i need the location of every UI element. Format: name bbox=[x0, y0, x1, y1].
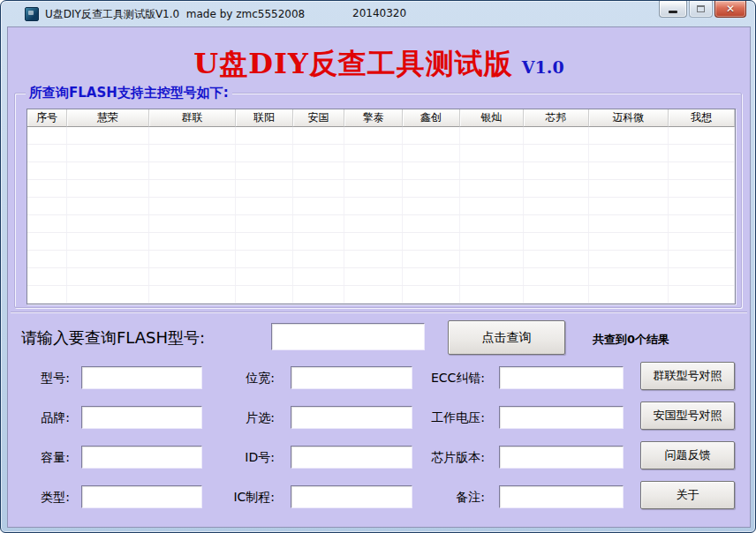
column-header[interactable]: 芯邦 bbox=[524, 109, 589, 127]
window-title-date: 20140320 bbox=[352, 7, 406, 19]
ecc-field[interactable] bbox=[499, 366, 624, 389]
column-header[interactable]: 迈科微 bbox=[589, 109, 669, 127]
id-number-field[interactable] bbox=[291, 446, 412, 469]
bit-width-field[interactable] bbox=[291, 366, 412, 389]
minimize-button[interactable] bbox=[659, 1, 687, 18]
table-row bbox=[27, 127, 735, 145]
about-button[interactable]: 关于 bbox=[640, 481, 735, 509]
app-icon bbox=[25, 7, 39, 21]
remark-field[interactable] bbox=[499, 485, 624, 508]
query-label: 请输入要查询FLASH型号: bbox=[21, 327, 205, 349]
type-label: 类型: bbox=[13, 485, 70, 506]
model-label: 型号: bbox=[13, 366, 70, 387]
window-title: U盘DIY反查工具测试版V1.0 made by zmc5552008 bbox=[45, 7, 305, 22]
id-number-label: ID号: bbox=[204, 446, 275, 466]
capacity-label: 容量: bbox=[13, 446, 70, 466]
chip-version-field[interactable] bbox=[499, 446, 624, 469]
result-count-label: 共查到0个结果 bbox=[593, 332, 669, 348]
flash-model-search-input[interactable] bbox=[271, 323, 425, 350]
brand-field[interactable] bbox=[81, 406, 202, 429]
screenshot: U盘DIY反查工具测试版V1.0 made by zmc5552008 2014… bbox=[0, 0, 756, 533]
ic-process-field[interactable] bbox=[291, 485, 412, 508]
brand-label: 品牌: bbox=[13, 406, 70, 426]
column-header[interactable]: 我想 bbox=[669, 109, 735, 127]
page-title: U盘DIY反查工具测试版V1.0 bbox=[8, 45, 750, 84]
type-field[interactable] bbox=[81, 485, 202, 508]
chip-version-label: 芯片版本: bbox=[400, 446, 485, 466]
app-title-version: V1.0 bbox=[522, 57, 564, 77]
table-row bbox=[27, 198, 735, 215]
app-window: U盘DIY反查工具测试版V1.0 made by zmc5552008 2014… bbox=[0, 0, 756, 533]
table-row bbox=[27, 145, 735, 162]
column-header[interactable]: 序号 bbox=[27, 109, 67, 127]
feedback-button[interactable]: 问题反馈 bbox=[640, 441, 735, 469]
table-row bbox=[27, 215, 735, 233]
maximize-icon bbox=[697, 5, 705, 12]
model-field[interactable] bbox=[81, 366, 202, 389]
bit-width-label: 位宽: bbox=[204, 366, 275, 387]
voltage-label: 工作电压: bbox=[400, 406, 485, 426]
table-row bbox=[27, 233, 735, 251]
column-header[interactable]: 慧荣 bbox=[67, 109, 149, 127]
remark-label: 备注: bbox=[400, 485, 485, 506]
column-header[interactable]: 安国 bbox=[293, 109, 344, 127]
table-row bbox=[27, 180, 735, 198]
groupbox-label: 所查询FLASH支持主控型号如下: bbox=[26, 85, 232, 101]
voltage-field[interactable] bbox=[499, 406, 624, 429]
table-row bbox=[27, 162, 735, 180]
app-title-text: U盘DIY反查工具测试版 bbox=[193, 47, 512, 80]
title-bar[interactable]: U盘DIY反查工具测试版V1.0 made by zmc5552008 2014… bbox=[1, 1, 755, 26]
alcor-compare-button[interactable]: 安国型号对照 bbox=[640, 402, 735, 430]
controller-table[interactable]: 序号慧荣群联联阳安国擎泰鑫创银灿芯邦迈科微我想 bbox=[26, 109, 736, 304]
table-row bbox=[27, 286, 735, 304]
caption-buttons: ✕ bbox=[657, 1, 746, 18]
maximize-button bbox=[689, 1, 713, 18]
column-header[interactable]: 群联 bbox=[149, 109, 236, 127]
chip-select-label: 片选: bbox=[204, 406, 275, 426]
table-body bbox=[27, 127, 735, 304]
ecc-label: ECC纠错: bbox=[400, 366, 485, 387]
table-row bbox=[27, 251, 735, 268]
capacity-field[interactable] bbox=[81, 446, 202, 469]
ic-process-label: IC制程: bbox=[204, 485, 275, 506]
chip-select-field[interactable] bbox=[291, 406, 412, 429]
column-header[interactable]: 银灿 bbox=[460, 109, 524, 127]
search-button[interactable]: 点击查询 bbox=[448, 320, 565, 355]
table-row bbox=[27, 268, 735, 286]
client-area: U盘DIY反查工具测试版V1.0 所查询FLASH支持主控型号如下: 序号慧荣群… bbox=[7, 26, 751, 528]
column-header[interactable]: 联阳 bbox=[236, 109, 293, 127]
close-button[interactable]: ✕ bbox=[714, 1, 746, 18]
minimize-icon bbox=[669, 11, 677, 13]
section-divider bbox=[11, 312, 747, 313]
phison-compare-button[interactable]: 群联型号对照 bbox=[640, 362, 735, 390]
table-header: 序号慧荣群联联阳安国擎泰鑫创银灿芯邦迈科微我想 bbox=[27, 109, 735, 127]
column-header[interactable]: 擎泰 bbox=[344, 109, 403, 127]
close-icon: ✕ bbox=[726, 4, 735, 14]
column-header[interactable]: 鑫创 bbox=[403, 109, 460, 127]
